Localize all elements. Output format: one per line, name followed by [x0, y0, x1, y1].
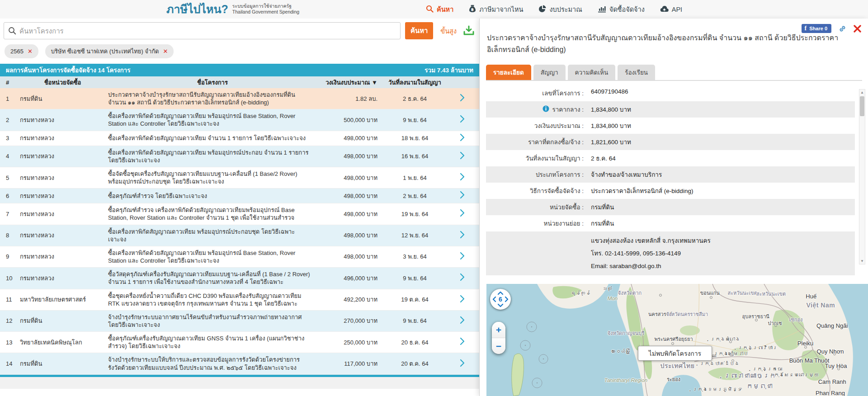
field-label: วันที่ลงนามในสัญญา : — [486, 153, 591, 163]
row-budget-amount: 498,000 บาท — [319, 192, 384, 200]
row-sign-date: 18 พ.ย. 64 — [384, 134, 445, 142]
row-budget-amount: 250,000 บาท — [319, 339, 384, 346]
chip-remove-icon[interactable]: ✕ — [163, 48, 168, 55]
nav-procurement[interactable]: จัดซื้อจัดจ้าง — [598, 4, 645, 14]
row-number: 13 — [0, 339, 19, 346]
row-agency: กรมทางหลวง — [19, 150, 106, 163]
download-icon[interactable] — [463, 25, 475, 36]
row-number: 7 — [0, 210, 19, 218]
row-open-chevron-icon[interactable] — [445, 295, 479, 305]
row-open-chevron-icon[interactable] — [445, 151, 479, 161]
row-agency: กรมที่ดิน — [19, 314, 106, 327]
table-row[interactable]: 14กรมที่ดินจ้างบำรุงรักษาระบบให้บริการแล… — [0, 353, 479, 374]
search-button[interactable]: ค้นหา — [405, 22, 433, 39]
svg-text:฿: ฿ — [471, 7, 474, 12]
nav-budget[interactable]: งบประมาณ — [538, 4, 582, 14]
table-row[interactable]: 11มหาวิทยาลัยเกษตรศาสตร์ซื้อชุดเครื่องหย… — [0, 289, 479, 311]
map-pan-control[interactable]: 6 — [490, 289, 511, 310]
results-footer-space — [0, 377, 479, 389]
col-agency[interactable]: ชื่อหน่วยจัดซื้อ — [19, 78, 106, 87]
info-icon[interactable] — [542, 105, 549, 113]
main-nav: ค้นหา ฿ ภาษีมาจากไหน งบประมาณ จัดซื้อจัด… — [426, 0, 682, 19]
row-open-chevron-icon[interactable] — [445, 359, 479, 369]
row-budget-amount: 498,000 บาท — [319, 152, 384, 160]
scrollbar-thumb[interactable] — [860, 96, 864, 116]
table-row[interactable]: 4กรมทางหลวงซื้อเครื่องหาพิกัดด้วยสัญญาณด… — [0, 146, 479, 167]
row-open-chevron-icon[interactable] — [445, 115, 479, 125]
field-label: ราคากลาง : — [486, 104, 591, 114]
table-row[interactable]: 9กรมทางหลวงซื้อเครื่องหาพิกัดด้วยสัญญาณด… — [0, 246, 479, 268]
row-project-name: ซื้อจัดซื้อชุดเครื่องรับสัญญาณดาวเทียมแบ… — [106, 167, 319, 188]
detail-title: ประกวดราคาจ้างบำรุงรักษาสถานีรับสัญญาณดา… — [487, 32, 857, 55]
table-row[interactable]: 1กรมที่ดินประกวดราคาจ้างบำรุงรักษาสถานีร… — [0, 88, 479, 109]
chip-remove-icon[interactable]: ✕ — [28, 48, 33, 55]
table-row[interactable]: 7กรมทางหลวงซื้อครุภัณฑ์สำรวจ เครื่องหาพิ… — [0, 203, 479, 225]
row-project-name: ซื้อวัสดุครุภัณฑ์เครื่องรับสัญญาณดาวเทีย… — [106, 268, 319, 288]
tab-2[interactable]: ความคิดเห็น — [568, 65, 616, 80]
row-agency: กรมทางหลวง — [19, 207, 106, 221]
row-budget-amount: 498,000 บาท — [319, 174, 384, 182]
row-open-chevron-icon[interactable] — [445, 209, 479, 219]
row-project-name: ซื้อครุภัณฑ์สำรวจ โดยวิธีเฉพาะเจาะจง — [106, 189, 319, 203]
results-total: รวม 7.43 ล้านบาท — [425, 65, 473, 75]
search-input[interactable] — [4, 27, 400, 35]
close-icon[interactable] — [854, 25, 861, 33]
field-value: กรมที่ดิน — [591, 202, 614, 212]
results-panel: ค้นหา ขั้นสูง 2565✕บริษัท ซีเอชซี นาฟเทค… — [0, 19, 479, 396]
row-open-chevron-icon[interactable] — [445, 231, 479, 240]
row-number: 1 — [0, 95, 19, 103]
field-value: 1,834,800 บาท — [591, 104, 631, 114]
search-icon — [426, 5, 434, 14]
app-logo[interactable]: ภาษีไปไหน? ระบบข้อมูลการใช้จ่ายภาครัฐ Th… — [166, 1, 299, 17]
row-number: 6 — [0, 192, 19, 200]
row-open-chevron-icon[interactable] — [445, 252, 479, 262]
row-project-name: จ้างบำรุงรักษาระบบอากาศยานไร้คนขับสำหรับ… — [106, 311, 319, 331]
tab-0[interactable]: รายละเอียด — [486, 65, 531, 80]
map-zoom-control: + − — [492, 322, 505, 354]
table-header: # ชื่อหน่วยจัดซื้อ ชื่อโครงการ วงเงินงบป… — [0, 76, 479, 88]
row-project-name: ซื้อครุภัณฑ์เครื่องรับสัญญาณดาวเทียม GNS… — [106, 332, 319, 353]
scrollbar-up-arrow[interactable]: ▲ — [859, 90, 865, 94]
facebook-share-button[interactable]: f Share 0 — [802, 24, 831, 33]
zoom-in-button[interactable]: + — [492, 322, 505, 338]
table-row[interactable]: 13วิทยาลัยเทคนิคพิษณุโลกซื้อครุภัณฑ์เครื… — [0, 332, 479, 353]
row-open-chevron-icon[interactable] — [445, 316, 479, 326]
row-open-chevron-icon[interactable] — [445, 94, 479, 104]
row-agency: กรมทางหลวง — [19, 189, 106, 203]
row-budget-amount: 492,200 บาท — [319, 296, 384, 303]
map[interactable]: ရန်ကုန်သထုံMonจังหวัดตากนครสวรรค์จังหวัด… — [486, 284, 868, 396]
col-amount-sort[interactable]: วงเงินงบประมาณ ▼ — [319, 78, 384, 87]
money-bag-icon: ฿ — [469, 5, 476, 14]
row-open-chevron-icon[interactable] — [445, 133, 479, 143]
field-value: ประกวดราคาอิเล็กทรอนิกส์ (e-bidding) — [591, 186, 693, 196]
table-row[interactable]: 3กรมทางหลวงซื้อเครื่องหาพิกัดด้วยสัญญาณด… — [0, 131, 479, 146]
table-row[interactable]: 12กรมที่ดินจ้างบำรุงรักษาระบบอากาศยานไร้… — [0, 311, 479, 332]
field-label: ราคาที่ตกลงซื้อ/จ้าง : — [486, 137, 591, 147]
field-value: 1,834,800 บาท — [591, 121, 631, 131]
col-date[interactable]: วันที่ลงนามในสัญญา — [384, 78, 445, 87]
row-sign-date: 1 พ.ย. 64 — [384, 174, 445, 182]
table-row[interactable]: 5กรมทางหลวงซื้อจัดซื้อชุดเครื่องรับสัญญา… — [0, 167, 479, 189]
row-sign-date: 2 พ.ย. 64 — [384, 192, 445, 200]
row-open-chevron-icon[interactable] — [445, 173, 479, 183]
tab-1[interactable]: สัญญา — [533, 65, 566, 80]
table-row[interactable]: 8กรมทางหลวงซื้อเครื่องหาพิกัดสัญญาณดาวเท… — [0, 225, 479, 246]
col-project[interactable]: ชื่อโครงการ — [106, 78, 319, 87]
scrollbar-down-arrow[interactable]: ▼ — [859, 259, 865, 263]
copy-link-icon[interactable] — [838, 24, 847, 33]
tab-3[interactable]: ร้องเรียน — [618, 65, 655, 80]
zoom-out-button[interactable]: − — [492, 338, 505, 354]
nav-api[interactable]: API — [660, 5, 682, 14]
nav-search[interactable]: ค้นหา — [426, 4, 453, 14]
table-row[interactable]: 2กรมทางหลวงซื้อเครื่องหาพิกัดด้วยสัญญาณด… — [0, 109, 479, 131]
row-open-chevron-icon[interactable] — [445, 273, 479, 283]
nav-tax-source[interactable]: ฿ ภาษีมาจากไหน — [469, 4, 523, 14]
table-row[interactable]: 10กรมทางหลวงซื้อวัสดุครุภัณฑ์เครื่องรับส… — [0, 268, 479, 289]
detail-field-row: ราคากลาง :1,834,800 บาท — [486, 101, 855, 118]
field-value: 1,821,600 บาท — [591, 137, 631, 147]
table-row[interactable]: 6กรมทางหลวงซื้อครุภัณฑ์สำรวจ โดยวิธีเฉพา… — [0, 189, 479, 203]
advanced-search-link[interactable]: ขั้นสูง — [440, 26, 457, 36]
row-open-chevron-icon[interactable] — [445, 337, 479, 347]
detail-scrollbar[interactable]: ▲ ▼ — [859, 89, 865, 264]
row-open-chevron-icon[interactable] — [445, 191, 479, 201]
